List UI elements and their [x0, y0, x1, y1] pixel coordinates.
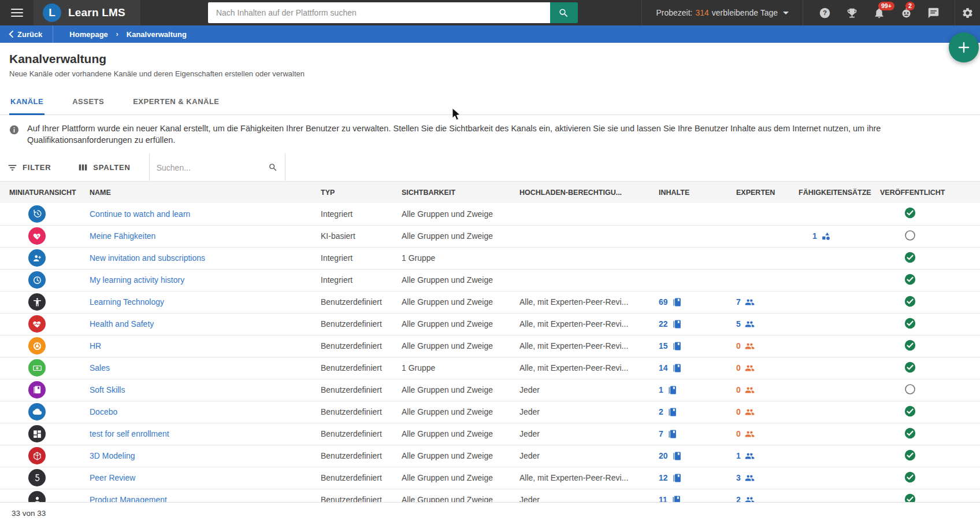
channel-name-link[interactable]: Peer Review: [90, 473, 135, 482]
published-check-icon[interactable]: [904, 274, 916, 285]
experts-people-icon[interactable]: [745, 473, 755, 483]
global-search-button[interactable]: [550, 2, 578, 23]
experts-count[interactable]: 1: [736, 451, 741, 460]
channel-name-link[interactable]: Learning Technology: [90, 297, 164, 307]
experts-people-icon[interactable]: [745, 407, 755, 417]
experts-people-icon[interactable]: [745, 297, 755, 307]
channel-name-link[interactable]: Sales: [90, 363, 110, 372]
contents-book-icon[interactable]: [672, 363, 682, 373]
skillset-shapes-icon[interactable]: [821, 231, 831, 241]
help-icon[interactable]: ?: [818, 6, 831, 19]
experts-people-icon[interactable]: [745, 363, 755, 373]
published-check-icon[interactable]: [904, 471, 916, 483]
channel-name-link[interactable]: Health and Safety: [90, 319, 154, 329]
published-check-icon[interactable]: [904, 296, 916, 307]
experts-count[interactable]: 3: [736, 473, 741, 482]
experts-count[interactable]: 0: [736, 407, 741, 416]
channel-name-link[interactable]: Docebo: [90, 407, 117, 416]
contents-book-icon[interactable]: [672, 451, 682, 461]
channel-name-link[interactable]: test for self enrollment: [90, 429, 169, 438]
content-count[interactable]: 12: [659, 473, 668, 482]
published-check-icon[interactable]: [904, 318, 916, 329]
app-logo[interactable]: L Learn LMS: [34, 0, 140, 25]
table-search-input[interactable]: [157, 163, 268, 172]
channel-name-link[interactable]: My learning activity history: [90, 275, 184, 285]
skillset-count[interactable]: 1: [812, 231, 817, 241]
content-count[interactable]: 69: [659, 297, 668, 307]
tab-assets[interactable]: ASSETS: [71, 91, 105, 115]
table-row: Learning TechnologyBenutzerdefiniertAlle…: [0, 291, 980, 313]
search-icon[interactable]: [268, 163, 278, 172]
contents-book-icon[interactable]: [672, 341, 682, 351]
contents-book-icon[interactable]: [667, 407, 677, 417]
contents-book-icon[interactable]: [667, 429, 677, 439]
col-header-miniaturansicht[interactable]: MINIATURANSICHT: [0, 182, 80, 203]
channel-name-link[interactable]: HR: [90, 341, 101, 350]
experts-count[interactable]: 0: [736, 385, 741, 394]
assistant-icon[interactable]: 2: [900, 6, 912, 19]
col-header-inhalte[interactable]: INHALTE: [641, 182, 719, 203]
breadcrumb-homepage[interactable]: Homepage: [69, 30, 107, 39]
experts-people-icon[interactable]: [745, 319, 755, 329]
gamification-trophy-icon[interactable]: [845, 6, 858, 19]
channel-name-link[interactable]: Soft Skills: [90, 385, 125, 394]
experts-count[interactable]: 0: [736, 363, 741, 372]
channel-name-link[interactable]: New invitation and subscriptions: [90, 253, 205, 263]
experts-count[interactable]: 7: [736, 297, 741, 307]
content-count[interactable]: 14: [659, 363, 668, 372]
channel-upload-permission: Jeder: [519, 423, 641, 445]
contents-book-icon[interactable]: [672, 473, 682, 483]
back-button[interactable]: Zurück: [0, 25, 53, 43]
col-header-typ[interactable]: TYP: [321, 182, 402, 203]
contents-book-icon[interactable]: [672, 297, 682, 307]
experts-count[interactable]: 5: [736, 319, 741, 329]
col-header-faehigkeitensaetze[interactable]: FÄHIGKEITENSÄTZE: [786, 182, 873, 203]
experts-people-icon[interactable]: [745, 385, 755, 395]
channel-thumbnail accessibility-person-icon: [28, 293, 46, 311]
tab-experten-kanaele[interactable]: EXPERTEN & KANÄLE: [132, 91, 220, 115]
messages-icon[interactable]: [927, 6, 940, 19]
add-channel-button[interactable]: [949, 32, 979, 62]
trial-status[interactable]: Probezeit: 314 verbleibende Tage: [641, 0, 803, 25]
col-header-hochladen[interactable]: HOCHLADEN-BERECHTIGU...: [519, 182, 641, 203]
col-header-name[interactable]: NAME: [80, 182, 321, 203]
published-check-icon[interactable]: [904, 340, 916, 351]
channel-name-link[interactable]: Continue to watch and learn: [90, 209, 190, 219]
columns-button[interactable]: SPALTEN: [70, 154, 139, 181]
experts-people-icon[interactable]: [745, 451, 755, 461]
content-count[interactable]: 20: [659, 451, 668, 460]
published-check-icon[interactable]: [904, 427, 916, 439]
col-header-experten[interactable]: EXPERTEN: [719, 182, 786, 203]
col-header-sichtbarkeit[interactable]: SICHTBARKEIT: [402, 182, 519, 203]
channel-name-link[interactable]: 3D Modeling: [90, 451, 135, 460]
tab-kanaele[interactable]: KANÄLE: [9, 91, 44, 115]
published-check-icon[interactable]: [904, 252, 916, 263]
content-count[interactable]: 15: [659, 341, 668, 350]
col-header-veroeffentlicht[interactable]: VERÖFFENTLICHT: [873, 182, 980, 203]
unpublished-circle-icon[interactable]: [904, 230, 916, 241]
content-count[interactable]: 7: [659, 429, 663, 438]
experts-count[interactable]: 0: [736, 429, 741, 438]
hamburger-menu-icon[interactable]: [0, 0, 34, 25]
channel-name-link[interactable]: Meine Fähigkeiten: [90, 231, 155, 241]
filter-button[interactable]: FILTER: [0, 154, 60, 181]
experts-people-icon[interactable]: [745, 429, 755, 439]
contents-book-icon[interactable]: [672, 319, 682, 329]
unpublished-circle-icon[interactable]: [904, 383, 916, 395]
content-count[interactable]: 1: [659, 385, 663, 394]
published-check-icon[interactable]: [904, 207, 916, 219]
table-row: Meine FähigkeitenKI-basiertAlle Gruppen …: [0, 225, 980, 247]
global-search-input[interactable]: [208, 2, 550, 23]
channel-type: Integriert: [321, 247, 402, 269]
notifications-bell-icon[interactable]: 99+: [873, 6, 885, 19]
experts-count[interactable]: 0: [736, 341, 741, 350]
content-count[interactable]: 2: [659, 407, 663, 416]
experts-people-icon[interactable]: [745, 341, 755, 351]
content-count[interactable]: 22: [659, 319, 668, 329]
published-check-icon[interactable]: [904, 361, 916, 373]
contents-book-icon[interactable]: [667, 385, 677, 395]
published-check-icon[interactable]: [904, 405, 916, 417]
published-check-icon[interactable]: [904, 449, 916, 461]
settings-gear-icon[interactable]: [955, 0, 980, 25]
channel-thumbnail person-add-icon: [28, 249, 46, 267]
